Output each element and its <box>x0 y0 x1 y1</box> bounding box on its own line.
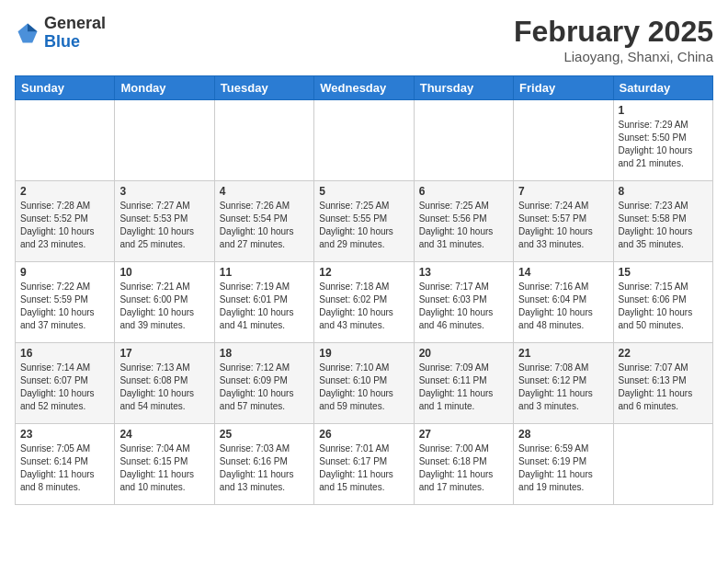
day-info: Sunrise: 7:24 AMSunset: 5:57 PMDaylight:… <box>518 201 593 249</box>
weekday-header-wednesday: Wednesday <box>314 76 414 100</box>
calendar-cell: 10 Sunrise: 7:21 AMSunset: 6:00 PMDaylig… <box>115 262 214 343</box>
day-info: Sunrise: 7:23 AMSunset: 5:58 PMDaylight:… <box>619 201 693 249</box>
logo-general-text: General <box>44 14 106 32</box>
day-number: 5 <box>319 185 408 198</box>
day-info: Sunrise: 7:29 AMSunset: 5:50 PMDaylight:… <box>619 120 693 168</box>
day-info: Sunrise: 7:04 AMSunset: 6:15 PMDaylight:… <box>119 443 194 492</box>
calendar-cell <box>115 100 214 181</box>
calendar-week-3: 9 Sunrise: 7:22 AMSunset: 5:59 PMDayligh… <box>16 262 713 343</box>
calendar-cell: 17 Sunrise: 7:13 AMSunset: 6:08 PMDaylig… <box>115 343 214 424</box>
day-number: 25 <box>220 428 309 441</box>
calendar-cell: 2 Sunrise: 7:28 AMSunset: 5:52 PMDayligh… <box>16 181 115 262</box>
calendar-week-5: 23 Sunrise: 7:05 AMSunset: 6:14 PMDaylig… <box>16 424 713 505</box>
day-number: 27 <box>419 428 508 441</box>
day-number: 15 <box>619 266 708 279</box>
day-number: 12 <box>319 266 408 279</box>
day-number: 20 <box>419 347 508 360</box>
calendar-cell: 26 Sunrise: 7:01 AMSunset: 6:17 PMDaylig… <box>314 424 414 505</box>
day-info: Sunrise: 7:21 AMSunset: 6:00 PMDaylight:… <box>119 282 194 330</box>
day-number: 9 <box>20 266 109 279</box>
calendar-cell: 12 Sunrise: 7:18 AMSunset: 6:02 PMDaylig… <box>314 262 414 343</box>
day-number: 14 <box>518 266 608 279</box>
day-info: Sunrise: 7:01 AMSunset: 6:17 PMDaylight:… <box>319 443 393 492</box>
calendar-cell: 11 Sunrise: 7:19 AMSunset: 6:01 PMDaylig… <box>214 262 313 343</box>
calendar-cell: 16 Sunrise: 7:14 AMSunset: 6:07 PMDaylig… <box>16 343 115 424</box>
calendar-week-2: 2 Sunrise: 7:28 AMSunset: 5:52 PMDayligh… <box>16 181 713 262</box>
calendar-cell: 6 Sunrise: 7:25 AMSunset: 5:56 PMDayligh… <box>414 181 513 262</box>
location: Liaoyang, Shanxi, China <box>514 49 713 64</box>
day-number: 7 <box>518 185 608 198</box>
day-number: 17 <box>119 347 209 360</box>
svg-marker-1 <box>28 23 38 31</box>
weekday-header-thursday: Thursday <box>414 76 513 100</box>
day-info: Sunrise: 7:12 AMSunset: 6:09 PMDaylight:… <box>220 362 294 411</box>
day-info: Sunrise: 7:27 AMSunset: 5:53 PMDaylight:… <box>119 201 194 249</box>
weekday-header-saturday: Saturday <box>613 76 712 100</box>
calendar-week-1: 1 Sunrise: 7:29 AMSunset: 5:50 PMDayligh… <box>16 100 713 181</box>
calendar-cell <box>514 100 613 181</box>
title-block: February 2025 Liaoyang, Shanxi, China <box>514 15 713 64</box>
calendar-cell: 28 Sunrise: 6:59 AMSunset: 6:19 PMDaylig… <box>514 424 613 505</box>
day-number: 24 <box>119 428 209 441</box>
day-number: 11 <box>220 266 309 279</box>
day-info: Sunrise: 7:18 AMSunset: 6:02 PMDaylight:… <box>319 282 393 330</box>
calendar-cell: 14 Sunrise: 7:16 AMSunset: 6:04 PMDaylig… <box>514 262 613 343</box>
day-info: Sunrise: 7:13 AMSunset: 6:08 PMDaylight:… <box>119 362 194 411</box>
day-number: 21 <box>518 347 608 360</box>
calendar-cell: 13 Sunrise: 7:17 AMSunset: 6:03 PMDaylig… <box>414 262 513 343</box>
calendar-cell <box>613 424 712 505</box>
day-info: Sunrise: 7:05 AMSunset: 6:14 PMDaylight:… <box>20 443 95 492</box>
day-number: 13 <box>419 266 508 279</box>
calendar-cell: 3 Sunrise: 7:27 AMSunset: 5:53 PMDayligh… <box>115 181 214 262</box>
weekday-header-monday: Monday <box>115 76 214 100</box>
logo-icon <box>15 20 40 46</box>
calendar-cell: 15 Sunrise: 7:15 AMSunset: 6:06 PMDaylig… <box>613 262 712 343</box>
calendar-cell: 25 Sunrise: 7:03 AMSunset: 6:16 PMDaylig… <box>214 424 313 505</box>
calendar-cell <box>16 100 115 181</box>
calendar-cell: 18 Sunrise: 7:12 AMSunset: 6:09 PMDaylig… <box>214 343 313 424</box>
day-number: 2 <box>20 185 109 198</box>
day-number: 26 <box>319 428 408 441</box>
day-info: Sunrise: 7:07 AMSunset: 6:13 PMDaylight:… <box>619 362 693 411</box>
day-number: 6 <box>419 185 508 198</box>
day-number: 10 <box>119 266 209 279</box>
logo-blue-text: Blue <box>44 32 80 51</box>
calendar-cell: 21 Sunrise: 7:08 AMSunset: 6:12 PMDaylig… <box>514 343 613 424</box>
day-info: Sunrise: 7:03 AMSunset: 6:16 PMDaylight:… <box>220 443 294 492</box>
calendar-cell: 7 Sunrise: 7:24 AMSunset: 5:57 PMDayligh… <box>514 181 613 262</box>
calendar-table: SundayMondayTuesdayWednesdayThursdayFrid… <box>15 75 713 505</box>
calendar-cell: 22 Sunrise: 7:07 AMSunset: 6:13 PMDaylig… <box>613 343 712 424</box>
logo: General Blue <box>15 15 106 52</box>
day-number: 28 <box>518 428 608 441</box>
calendar-week-4: 16 Sunrise: 7:14 AMSunset: 6:07 PMDaylig… <box>16 343 713 424</box>
day-number: 18 <box>220 347 309 360</box>
calendar-cell: 27 Sunrise: 7:00 AMSunset: 6:18 PMDaylig… <box>414 424 513 505</box>
weekday-header-friday: Friday <box>514 76 613 100</box>
day-number: 23 <box>20 428 109 441</box>
day-info: Sunrise: 7:25 AMSunset: 5:56 PMDaylight:… <box>419 201 494 249</box>
day-number: 1 <box>619 104 708 117</box>
month-year: February 2025 <box>514 15 713 49</box>
day-info: Sunrise: 6:59 AMSunset: 6:19 PMDaylight:… <box>518 443 593 492</box>
day-info: Sunrise: 7:09 AMSunset: 6:11 PMDaylight:… <box>419 362 494 411</box>
day-info: Sunrise: 7:00 AMSunset: 6:18 PMDaylight:… <box>419 443 494 492</box>
day-info: Sunrise: 7:14 AMSunset: 6:07 PMDaylight:… <box>20 362 95 411</box>
day-info: Sunrise: 7:28 AMSunset: 5:52 PMDaylight:… <box>20 201 95 249</box>
calendar-cell: 19 Sunrise: 7:10 AMSunset: 6:10 PMDaylig… <box>314 343 414 424</box>
page-header: General Blue February 2025 Liaoyang, Sha… <box>15 15 713 64</box>
day-number: 3 <box>119 185 209 198</box>
day-info: Sunrise: 7:19 AMSunset: 6:01 PMDaylight:… <box>220 282 294 330</box>
day-number: 19 <box>319 347 408 360</box>
day-info: Sunrise: 7:22 AMSunset: 5:59 PMDaylight:… <box>20 282 95 330</box>
weekday-header-sunday: Sunday <box>16 76 115 100</box>
day-info: Sunrise: 7:08 AMSunset: 6:12 PMDaylight:… <box>518 362 593 411</box>
weekday-header-tuesday: Tuesday <box>214 76 313 100</box>
weekday-header-row: SundayMondayTuesdayWednesdayThursdayFrid… <box>16 76 713 100</box>
day-info: Sunrise: 7:17 AMSunset: 6:03 PMDaylight:… <box>419 282 494 330</box>
calendar-cell: 20 Sunrise: 7:09 AMSunset: 6:11 PMDaylig… <box>414 343 513 424</box>
day-info: Sunrise: 7:10 AMSunset: 6:10 PMDaylight:… <box>319 362 393 411</box>
calendar-cell: 5 Sunrise: 7:25 AMSunset: 5:55 PMDayligh… <box>314 181 414 262</box>
day-info: Sunrise: 7:16 AMSunset: 6:04 PMDaylight:… <box>518 282 593 330</box>
day-number: 16 <box>20 347 109 360</box>
day-number: 4 <box>220 185 309 198</box>
